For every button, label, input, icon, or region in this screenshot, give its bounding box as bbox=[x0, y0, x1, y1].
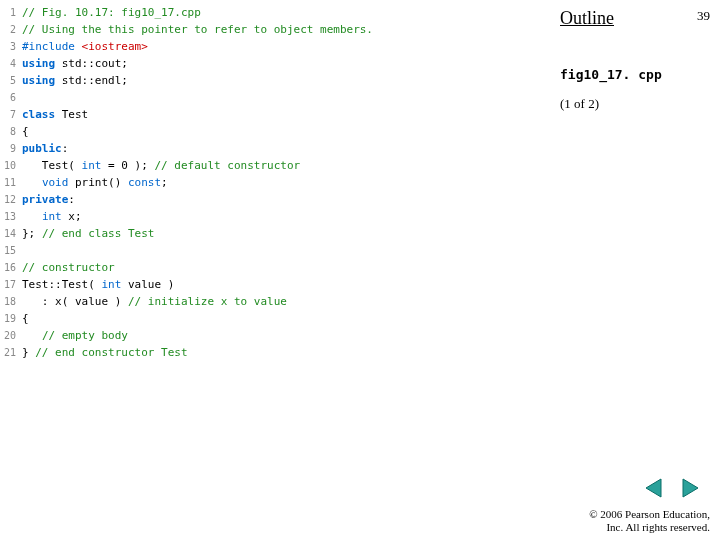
line-number: 10 bbox=[0, 160, 22, 171]
code-content: // Using the this pointer to refer to ob… bbox=[22, 23, 373, 36]
code-content: Test( int = 0 ); // default constructor bbox=[22, 159, 300, 172]
code-content: { bbox=[22, 312, 29, 325]
line-number: 14 bbox=[0, 228, 22, 239]
code-content: using std::cout; bbox=[22, 57, 128, 70]
triangle-right-icon bbox=[679, 477, 701, 499]
code-line: 21} // end constructor Test bbox=[0, 344, 555, 361]
code-line: 3#include <iostream> bbox=[0, 38, 555, 55]
code-line: 7class Test bbox=[0, 106, 555, 123]
code-content: : x( value ) // initialize x to value bbox=[22, 295, 287, 308]
line-number: 11 bbox=[0, 177, 22, 188]
code-line: 16// constructor bbox=[0, 259, 555, 276]
line-number: 19 bbox=[0, 313, 22, 324]
triangle-left-icon bbox=[643, 477, 665, 499]
code-line: 9public: bbox=[0, 140, 555, 157]
sidebar: Outline fig10_17. cpp (1 of 2) bbox=[560, 8, 710, 112]
line-number: 18 bbox=[0, 296, 22, 307]
code-content: class Test bbox=[22, 108, 88, 121]
nav-controls bbox=[642, 476, 702, 500]
line-number: 12 bbox=[0, 194, 22, 205]
code-content: private: bbox=[22, 193, 75, 206]
line-number: 4 bbox=[0, 58, 22, 69]
code-content: #include <iostream> bbox=[22, 40, 148, 53]
svg-marker-1 bbox=[683, 479, 698, 497]
copyright-line2: Inc. All rights reserved. bbox=[589, 521, 710, 534]
outline-heading: Outline bbox=[560, 8, 614, 29]
copyright-line1: © 2006 Pearson Education, bbox=[589, 508, 710, 521]
code-line: 15 bbox=[0, 242, 555, 259]
code-line: 8{ bbox=[0, 123, 555, 140]
code-line: 13 int x; bbox=[0, 208, 555, 225]
line-number: 3 bbox=[0, 41, 22, 52]
code-area: 1// Fig. 10.17: fig10_17.cpp2// Using th… bbox=[0, 4, 555, 361]
svg-marker-0 bbox=[646, 479, 661, 497]
code-line: 6 bbox=[0, 89, 555, 106]
line-number: 16 bbox=[0, 262, 22, 273]
code-line: 20 // empty body bbox=[0, 327, 555, 344]
line-number: 5 bbox=[0, 75, 22, 86]
code-line: 12private: bbox=[0, 191, 555, 208]
line-number: 20 bbox=[0, 330, 22, 341]
code-line: 5using std::endl; bbox=[0, 72, 555, 89]
code-content: } // end constructor Test bbox=[22, 346, 188, 359]
code-content: void print() const; bbox=[22, 176, 168, 189]
line-number: 1 bbox=[0, 7, 22, 18]
next-button[interactable] bbox=[678, 476, 702, 500]
line-number: 15 bbox=[0, 245, 22, 256]
code-content: public: bbox=[22, 142, 68, 155]
line-number: 9 bbox=[0, 143, 22, 154]
code-line: 1// Fig. 10.17: fig10_17.cpp bbox=[0, 4, 555, 21]
code-line: 2// Using the this pointer to refer to o… bbox=[0, 21, 555, 38]
code-content: { bbox=[22, 125, 29, 138]
code-line: 10 Test( int = 0 ); // default construct… bbox=[0, 157, 555, 174]
code-line: 14}; // end class Test bbox=[0, 225, 555, 242]
filename-label: fig10_17. cpp bbox=[560, 67, 710, 82]
code-content: Test::Test( int value ) bbox=[22, 278, 174, 291]
line-number: 17 bbox=[0, 279, 22, 290]
code-line: 17Test::Test( int value ) bbox=[0, 276, 555, 293]
line-number: 6 bbox=[0, 92, 22, 103]
line-number: 2 bbox=[0, 24, 22, 35]
part-label: (1 of 2) bbox=[560, 96, 710, 112]
line-number: 13 bbox=[0, 211, 22, 222]
code-content: // constructor bbox=[22, 261, 115, 274]
code-content: // Fig. 10.17: fig10_17.cpp bbox=[22, 6, 201, 19]
line-number: 8 bbox=[0, 126, 22, 137]
code-line: 18 : x( value ) // initialize x to value bbox=[0, 293, 555, 310]
line-number: 21 bbox=[0, 347, 22, 358]
copyright: © 2006 Pearson Education, Inc. All right… bbox=[589, 508, 710, 534]
code-content: using std::endl; bbox=[22, 74, 128, 87]
code-line: 19{ bbox=[0, 310, 555, 327]
line-number: 7 bbox=[0, 109, 22, 120]
code-content: // empty body bbox=[22, 329, 128, 342]
prev-button[interactable] bbox=[642, 476, 666, 500]
code-line: 4using std::cout; bbox=[0, 55, 555, 72]
code-content: }; // end class Test bbox=[22, 227, 154, 240]
code-content: int x; bbox=[22, 210, 82, 223]
code-line: 11 void print() const; bbox=[0, 174, 555, 191]
